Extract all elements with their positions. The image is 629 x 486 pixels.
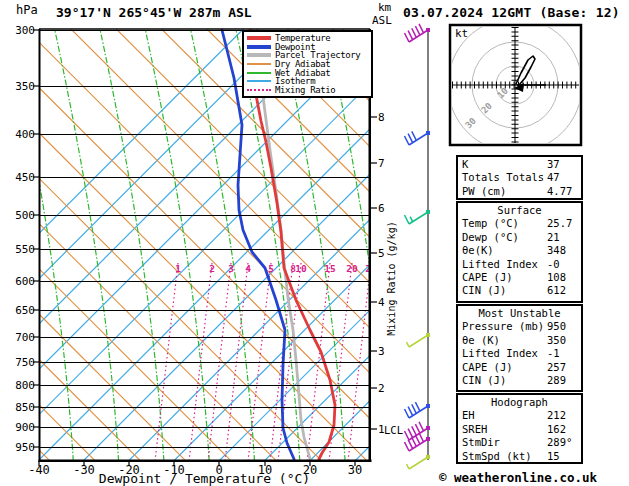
- stat-label: StmSpd (kt): [462, 450, 532, 462]
- stat-label: CIN (J): [462, 374, 506, 386]
- legend-swatch-solid: [247, 72, 271, 74]
- stat-label: CAPE (J): [462, 271, 513, 283]
- height-km-tick-label: 7: [378, 157, 385, 170]
- stat-value: 37: [547, 158, 560, 171]
- height-km-tick-label: 6: [378, 202, 385, 215]
- legend: TemperatureDewpointParcel TrajectoryDry …: [242, 30, 373, 98]
- stat-row: PW (cm)4.77: [458, 185, 581, 198]
- stat-label: CIN (J): [462, 284, 506, 296]
- temperature-tick-label: 10: [251, 463, 279, 477]
- temperature-tick-label: -20: [115, 463, 143, 477]
- legend-item-label: Mixing Ratio: [275, 85, 335, 95]
- stat-value: 348: [547, 244, 566, 257]
- stat-label: Lifted Index: [462, 347, 538, 359]
- stat-row: θe(K)348: [458, 244, 581, 257]
- stats-box-hodograph: HodographEH212SREH162StmDir289°StmSpd (k…: [456, 393, 583, 464]
- stat-row: Temp (°C)25.7: [458, 217, 581, 230]
- stats-box-indices: K37Totals Totals47PW (cm)4.77: [456, 155, 583, 200]
- stats-box-title: Surface: [458, 204, 581, 217]
- stat-value: 47: [547, 171, 560, 184]
- stat-value: 21: [547, 231, 560, 244]
- temperature-tick-label: -30: [70, 463, 98, 477]
- legend-swatch-solid: [247, 45, 271, 49]
- stat-row: CAPE (J)257: [458, 361, 581, 374]
- stat-value: 212: [547, 409, 566, 422]
- stat-row: CIN (J)612: [458, 284, 581, 297]
- stat-label: Temp (°C): [462, 217, 519, 229]
- stat-value: 612: [547, 284, 566, 297]
- stat-value: 15: [547, 450, 560, 463]
- stat-row: Lifted Index-0: [458, 258, 581, 271]
- stat-value: 289: [547, 374, 566, 387]
- stat-row: K37: [458, 158, 581, 171]
- stat-label: PW (cm): [462, 185, 506, 197]
- stat-value: 4.77: [547, 185, 572, 198]
- pressure-tick-label: 700: [6, 331, 35, 344]
- stat-label: θe (K): [462, 334, 500, 346]
- stat-row: CIN (J)289: [458, 374, 581, 387]
- pressure-tick-label: 900: [6, 421, 35, 434]
- hodograph-unit-label: kt: [455, 27, 468, 40]
- legend-swatch-solid: [247, 63, 271, 65]
- stat-value: 108: [547, 271, 566, 284]
- stat-row: Dewp (°C)21: [458, 231, 581, 244]
- stat-row: StmSpd (kt)15: [458, 450, 581, 463]
- stat-row: EH212: [458, 409, 581, 422]
- stat-label: EH: [462, 409, 475, 421]
- stat-value: 257: [547, 361, 566, 374]
- pressure-tick-label: 950: [6, 441, 35, 454]
- height-km-tick-label: 8: [378, 111, 385, 124]
- pressure-tick-label: 500: [6, 209, 35, 222]
- height-km-tick-label: 5: [378, 247, 385, 260]
- stats-box-most-unstable: Most UnstablePressure (mb)950θe (K)350Li…: [456, 304, 583, 392]
- skewt-sounding-page: 12345810152025 hPa 39°17'N 265°45'W 287m…: [0, 0, 629, 486]
- pressure-tick-label: 750: [6, 356, 35, 369]
- temperature-tick-label: 30: [341, 463, 369, 477]
- stat-row: Lifted Index-1: [458, 347, 581, 360]
- stat-row: Totals Totals47: [458, 171, 581, 184]
- stat-label: Lifted Index: [462, 258, 538, 270]
- stat-row: CAPE (J)108: [458, 271, 581, 284]
- height-km-tick-label: 3: [378, 345, 385, 358]
- pressure-tick-label: 400: [6, 128, 35, 141]
- stat-value: -0: [547, 258, 560, 271]
- stat-value: 25.7: [547, 217, 572, 230]
- stat-row: StmDir289°: [458, 436, 581, 449]
- stat-label: Totals Totals: [462, 171, 544, 183]
- stat-row: Pressure (mb)950: [458, 320, 581, 333]
- stats-box-surface: SurfaceTemp (°C)25.7Dewp (°C)21θe(K)348L…: [456, 201, 583, 303]
- height-km-tick-label: 4: [378, 296, 385, 309]
- stat-label: CAPE (J): [462, 361, 513, 373]
- stat-label: Pressure (mb): [462, 320, 544, 332]
- stat-value: 950: [547, 320, 566, 333]
- legend-swatch-dotted: [247, 89, 271, 91]
- legend-swatch-solid: [247, 53, 271, 57]
- temperature-tick-label: -40: [25, 463, 53, 477]
- pressure-tick-label: 650: [6, 304, 35, 317]
- pressure-tick-label: 800: [6, 379, 35, 392]
- pressure-tick-label: 600: [6, 275, 35, 288]
- pressure-tick-label: 350: [6, 80, 35, 93]
- temperature-tick-label: 20: [296, 463, 324, 477]
- stat-row: θe (K)350: [458, 334, 581, 347]
- stat-label: θe(K): [462, 244, 494, 256]
- stat-label: StmDir: [462, 436, 500, 448]
- stat-label: Dewp (°C): [462, 231, 519, 243]
- stat-value: 350: [547, 334, 566, 347]
- stat-label: K: [462, 158, 468, 170]
- height-km-tick-label: 2: [378, 382, 385, 395]
- stat-row: SREH162: [458, 423, 581, 436]
- legend-swatch-solid: [247, 80, 271, 82]
- stat-value: -1: [547, 347, 560, 360]
- height-km-tick-label: 1: [378, 423, 385, 436]
- stats-box-title: Hodograph: [458, 396, 581, 409]
- stat-value: 162: [547, 423, 566, 436]
- stats-box-title: Most Unstable: [458, 307, 581, 320]
- legend-item: Mixing Ratio: [247, 86, 371, 95]
- temperature-tick-label: -10: [160, 463, 188, 477]
- stat-label: SREH: [462, 423, 487, 435]
- legend-swatch-solid: [247, 36, 271, 40]
- pressure-tick-label: 850: [6, 401, 35, 414]
- stat-value: 289°: [547, 436, 572, 449]
- pressure-tick-label: 550: [6, 243, 35, 256]
